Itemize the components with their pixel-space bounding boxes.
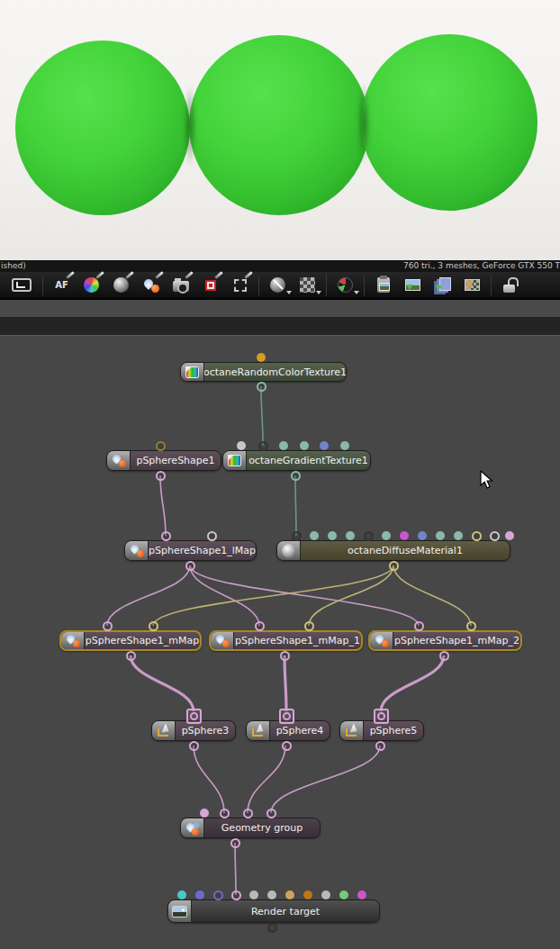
node-octane-gradient-texture1[interactable]: octaneGradientTexture1	[222, 450, 371, 471]
port[interactable]	[304, 621, 314, 631]
port[interactable]	[292, 531, 302, 541]
lock-viewport-icon[interactable]	[499, 273, 521, 297]
node-psphere-shape1[interactable]: pSphereShape1	[106, 450, 221, 471]
port[interactable]	[328, 531, 337, 540]
port[interactable]	[364, 531, 374, 541]
port[interactable]	[195, 890, 204, 899]
autofocus-picker-icon[interactable]: AF	[50, 273, 73, 297]
instance-port[interactable]	[374, 709, 389, 724]
instance-port[interactable]	[186, 709, 202, 724]
port[interactable]	[490, 531, 500, 541]
port[interactable]	[418, 531, 427, 540]
port[interactable]	[300, 441, 309, 450]
port[interactable]	[375, 741, 385, 751]
port[interactable]	[255, 621, 265, 631]
port[interactable]	[185, 561, 195, 571]
port[interactable]	[357, 890, 366, 899]
sphere-contact-shadow	[355, 65, 373, 182]
port[interactable]	[258, 441, 268, 451]
port[interactable]	[207, 531, 217, 541]
node-psphere-shape1-mmap-2[interactable]: pSphereShape1_mMap_2	[368, 630, 522, 651]
port[interactable]	[505, 531, 514, 540]
wire	[160, 475, 166, 536]
render-region-picker-icon[interactable]	[229, 273, 251, 297]
port[interactable]	[310, 531, 319, 540]
port[interactable]	[439, 651, 449, 661]
port[interactable]	[257, 382, 266, 392]
port[interactable]	[156, 441, 166, 451]
toggle-alpha-icon[interactable]	[461, 273, 483, 297]
port[interactable]	[189, 741, 199, 751]
node-octane-random-color-texture1[interactable]: octaneRandomColorTexture1	[180, 362, 347, 382]
port[interactable]	[382, 531, 391, 540]
node-psphere-shape1-mmap[interactable]: pSphereShape1_mMap	[59, 630, 202, 651]
object-picker-icon[interactable]	[199, 273, 221, 297]
render-viewport[interactable]	[0, 0, 560, 260]
port[interactable]	[126, 651, 136, 661]
wire	[190, 565, 419, 626]
port[interactable]	[321, 890, 330, 899]
save-image-icon[interactable]	[402, 273, 424, 297]
wire	[248, 746, 285, 813]
camera-picker-icon[interactable]	[169, 273, 192, 297]
port[interactable]	[414, 621, 424, 631]
port[interactable]	[466, 621, 476, 631]
port[interactable]	[257, 353, 266, 362]
port[interactable]	[339, 890, 348, 899]
render-priority-gauge-icon[interactable]	[334, 273, 357, 297]
background-checker-icon[interactable]	[296, 273, 319, 297]
material-picker-icon[interactable]	[110, 273, 132, 297]
port[interactable]	[220, 809, 230, 818]
port[interactable]	[161, 531, 171, 541]
port[interactable]	[291, 471, 301, 481]
port[interactable]	[454, 531, 463, 540]
port[interactable]	[389, 561, 399, 571]
port[interactable]	[230, 838, 240, 848]
port[interactable]	[249, 890, 258, 899]
port[interactable]	[400, 531, 409, 540]
node-octane-diffuse-material1[interactable]: octaneDiffuseMaterial1	[276, 540, 510, 561]
port[interactable]	[303, 890, 312, 899]
wire	[153, 565, 393, 626]
port[interactable]	[231, 890, 241, 900]
render-priority-gauge-glyph	[338, 277, 353, 293]
focus-picker-icon[interactable]	[140, 273, 162, 297]
node-label: octaneRandomColorTexture1	[204, 363, 346, 381]
port[interactable]	[267, 923, 277, 933]
node-render-target[interactable]: Render target	[167, 899, 380, 923]
port[interactable]	[282, 741, 292, 751]
node-editor-canvas[interactable]: octaneRandomColorTexture1pSphereShape1oc…	[0, 337, 560, 949]
port[interactable]	[243, 809, 253, 818]
port[interactable]	[285, 890, 294, 899]
port[interactable]	[436, 531, 445, 540]
port[interactable]	[279, 441, 288, 450]
port[interactable]	[149, 621, 158, 631]
display-viewport-icon[interactable]	[8, 273, 35, 297]
save-all-images-icon[interactable]	[431, 273, 454, 297]
wire	[393, 565, 471, 626]
port[interactable]	[266, 809, 276, 818]
port[interactable]	[320, 441, 329, 450]
port[interactable]	[267, 890, 276, 899]
port[interactable]	[177, 890, 186, 899]
instance-port[interactable]	[279, 709, 294, 724]
white-balance-picker-icon[interactable]	[80, 273, 103, 297]
toolbar-separator	[42, 275, 43, 296]
paste-image-icon[interactable]	[372, 273, 394, 297]
port[interactable]	[213, 890, 223, 900]
port[interactable]	[200, 809, 209, 818]
node-geometry-group[interactable]: Geometry group	[180, 818, 321, 838]
rendered-sphere	[189, 35, 369, 215]
port[interactable]	[472, 531, 482, 541]
port[interactable]	[340, 441, 349, 450]
node-label: pSphere4	[270, 721, 330, 740]
port[interactable]	[346, 531, 355, 540]
port[interactable]	[156, 471, 166, 481]
port[interactable]	[280, 651, 290, 661]
port[interactable]	[103, 621, 113, 631]
pan-zoom-icon[interactable]	[266, 273, 289, 297]
port[interactable]	[237, 441, 246, 450]
wire	[295, 475, 296, 536]
node-psphere-shape1-lmap[interactable]: pSphereShape1_lMap	[124, 540, 257, 561]
node-psphere-shape1-mmap-1[interactable]: pSphereShape1_mMap_1	[209, 630, 363, 651]
